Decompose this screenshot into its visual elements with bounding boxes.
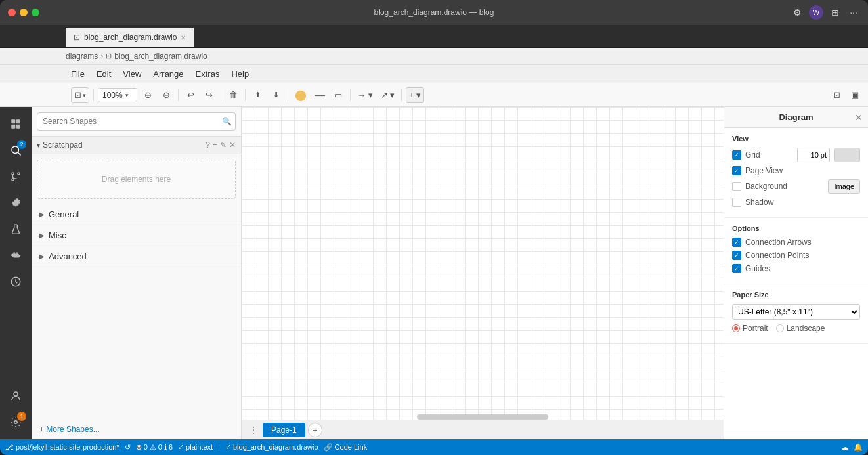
activity-explorer-icon[interactable] xyxy=(4,112,28,136)
to-back-button[interactable]: ⬇ xyxy=(268,87,284,103)
layout-icon[interactable]: ⊞ xyxy=(829,6,842,19)
grid-pt-input[interactable] xyxy=(797,148,830,162)
activity-user-icon[interactable] xyxy=(4,384,28,408)
file-item[interactable]: ✓ blog_arch_diagram.drawio xyxy=(225,443,318,452)
fit-page-button[interactable]: ⊡ xyxy=(829,87,844,103)
breadcrumb-file-icon: ⊡ xyxy=(106,52,112,60)
fill-color-button[interactable]: ⬤ xyxy=(292,87,309,103)
toggle-panel-button[interactable]: ▣ xyxy=(847,87,863,103)
zoom-display[interactable]: 100% ▾ xyxy=(98,88,137,102)
activity-clock-icon[interactable] xyxy=(4,270,28,293)
svg-point-15 xyxy=(14,392,18,396)
portrait-radio-button[interactable] xyxy=(732,324,740,332)
background-image-button[interactable]: Image xyxy=(828,179,860,194)
canvas-area[interactable]: ⋮ Page-1 + xyxy=(242,107,724,439)
menu-help[interactable]: Help xyxy=(226,68,254,80)
activity-docker-icon[interactable] xyxy=(4,244,28,267)
encoding-item[interactable]: ✓ plaintext xyxy=(178,443,213,452)
page-tab-1[interactable]: Page-1 xyxy=(263,423,305,437)
insert-button[interactable]: + ▾ xyxy=(406,87,424,103)
shadow-checkbox[interactable] xyxy=(732,198,741,207)
tab-close-button[interactable]: ✕ xyxy=(181,34,186,41)
add-page-button[interactable]: + xyxy=(308,423,322,437)
to-front-button[interactable]: ⬆ xyxy=(250,87,265,103)
shadow-label: Shadow xyxy=(745,198,860,207)
cloud-icon[interactable]: ☁ xyxy=(841,443,848,452)
page-view-checkbox[interactable] xyxy=(732,166,741,175)
connection-points-checkbox[interactable] xyxy=(732,251,741,260)
toolbar: ⊡ ▾ 100% ▾ ⊕ ⊖ ↩ ↪ 🗑 ⬆ ⬇ ⬤ — ▭ → ▾ ↗ ▾ +… xyxy=(0,83,868,107)
connection-arrows-row: Connection Arrows xyxy=(732,238,860,247)
zoom-in-button[interactable]: ⊕ xyxy=(140,87,156,103)
svg-point-16 xyxy=(14,421,18,424)
guides-row: Guides xyxy=(732,264,860,273)
connection-arrows-checkbox[interactable] xyxy=(732,238,741,247)
view-section-title: View xyxy=(732,135,860,142)
connection-arrows-label: Connection Arrows xyxy=(745,238,860,247)
git-branch-item[interactable]: ⎇ post/jekyll-static-site-production* xyxy=(5,443,119,452)
file-tab[interactable]: ⊡ blog_arch_diagram.drawio ✕ xyxy=(66,28,194,47)
close-button[interactable] xyxy=(8,9,16,16)
waypoint-button[interactable]: ↗ ▾ xyxy=(378,87,398,103)
search-shapes-input[interactable] xyxy=(37,112,236,131)
shadow-button[interactable]: ▭ xyxy=(330,87,346,103)
redo-button[interactable]: ↪ xyxy=(201,87,217,103)
portrait-radio[interactable]: Portrait xyxy=(732,324,768,333)
general-section-header[interactable]: ▶ General xyxy=(32,204,241,225)
background-checkbox[interactable] xyxy=(732,182,741,191)
grid-color-swatch[interactable] xyxy=(834,148,860,162)
landscape-radio[interactable]: Landscape xyxy=(776,324,825,333)
menu-file[interactable]: File xyxy=(66,68,90,80)
minimize-button[interactable] xyxy=(20,9,28,16)
view-toggle-button[interactable]: ⊡ ▾ xyxy=(71,87,89,103)
sync-icon: ↺ xyxy=(125,443,131,452)
menu-extras[interactable]: Extras xyxy=(190,68,225,80)
menu-view[interactable]: View xyxy=(118,68,146,80)
breadcrumb-root[interactable]: diagrams xyxy=(66,52,98,61)
zoom-out-button[interactable]: ⊖ xyxy=(158,87,174,103)
settings-icon[interactable]: ⚙ xyxy=(791,6,804,19)
delete-button[interactable]: 🗑 xyxy=(225,87,241,103)
search-icon[interactable]: 🔍 xyxy=(222,117,232,126)
sync-item[interactable]: ↺ xyxy=(125,443,131,452)
right-panel-close-button[interactable]: ✕ xyxy=(855,112,863,123)
undo-button[interactable]: ↩ xyxy=(183,87,198,103)
grid-label: Grid xyxy=(745,150,793,160)
advanced-section-header[interactable]: ▶ Advanced xyxy=(32,246,241,267)
activity-settings-icon[interactable]: 1 xyxy=(4,410,28,434)
connection-style-button[interactable]: → ▾ xyxy=(355,87,376,103)
page-tab-menu-button[interactable]: ⋮ xyxy=(247,424,260,436)
grid-checkbox[interactable] xyxy=(732,150,741,160)
horizontal-scrollbar[interactable] xyxy=(417,414,548,420)
stroke-color-button[interactable]: — xyxy=(312,87,328,103)
menu-edit[interactable]: Edit xyxy=(91,68,116,80)
code-link-item[interactable]: 🔗 Code Link xyxy=(324,443,368,452)
fullscreen-button[interactable] xyxy=(32,9,39,16)
landscape-label: Landscape xyxy=(787,324,825,333)
toolbar-separator-2 xyxy=(178,89,179,101)
more-shapes-button[interactable]: + More Shapes... xyxy=(32,420,241,439)
more-icon[interactable]: ··· xyxy=(847,6,860,19)
notification-icon[interactable]: 🔔 xyxy=(854,443,863,452)
breadcrumb-file[interactable]: ⊡ blog_arch_diagram.drawio xyxy=(106,52,207,61)
svg-rect-2 xyxy=(11,125,15,129)
menu-arrange[interactable]: Arrange xyxy=(148,68,188,80)
misc-section-header[interactable]: ▶ Misc xyxy=(32,225,241,246)
activity-flask-icon[interactable] xyxy=(4,217,28,241)
shape-section-advanced: ▶ Advanced xyxy=(32,246,241,267)
scratchpad-edit-button[interactable]: ✎ xyxy=(220,141,227,150)
tab-file-icon: ⊡ xyxy=(74,33,80,42)
landscape-radio-button[interactable] xyxy=(776,324,784,332)
scratchpad-help-button[interactable]: ? xyxy=(206,141,210,150)
paper-size-select[interactable]: US-Letter (8,5" x 11") A4 A3 xyxy=(732,304,860,320)
errors-item[interactable]: ⊗ 0 ⚠ 0 ℹ 6 xyxy=(136,443,173,452)
guides-checkbox[interactable] xyxy=(732,264,741,273)
avatar[interactable]: W xyxy=(809,5,823,20)
right-panel-header: Diagram ✕ xyxy=(724,107,868,128)
scratchpad-close-button[interactable]: ✕ xyxy=(229,141,236,150)
activity-extensions-icon[interactable] xyxy=(4,191,28,215)
scratchpad-add-button[interactable]: + xyxy=(213,141,217,150)
shapes-panel: 🔍 ▾ Scratchpad ? + ✎ ✕ Drag elements her… xyxy=(32,107,242,439)
activity-search-icon[interactable]: 2 xyxy=(4,139,28,162)
activity-git-icon[interactable] xyxy=(4,165,28,188)
